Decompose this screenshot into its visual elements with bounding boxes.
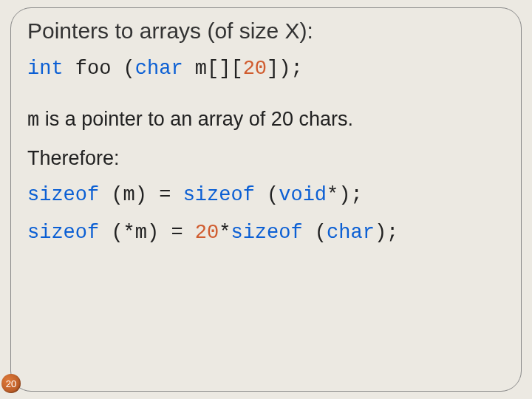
code-declaration: int foo (char m[][20]); [27, 55, 505, 82]
sz2-tail: ); [375, 222, 398, 244]
sz2-mid2: ( [303, 222, 327, 244]
keyword-void: void [279, 184, 327, 206]
keyword-sizeof: sizeof [27, 184, 99, 206]
keyword-char: char [135, 58, 183, 80]
slide-title: Pointers to arrays (of size X): [27, 18, 505, 44]
explanation-line: m is a pointer to an array of 20 chars. [27, 106, 505, 134]
sz1-mid1: (m) = [99, 184, 183, 206]
sz2-mid1: (*m) = [99, 222, 195, 244]
sz1-tail: *); [327, 184, 363, 206]
slide-frame: Pointers to arrays (of size X): int foo … [10, 7, 522, 392]
keyword-sizeof: sizeof [231, 222, 302, 244]
decl-tail: ]); [267, 58, 303, 80]
therefore-line: Therefore: [27, 145, 505, 171]
keyword-char: char [327, 222, 375, 244]
num-20: 20 [195, 222, 219, 244]
explanation-text: is a pointer to an array of 20 chars. [39, 108, 353, 130]
sz1-mid2: ( [255, 184, 279, 206]
sizeof-line-2: sizeof (*m) = 20*sizeof (char); [27, 219, 505, 246]
decl-dim: 20 [243, 58, 267, 80]
page-number-badge: 20 [1, 374, 21, 393]
decl-fn: foo ( [64, 58, 135, 80]
keyword-sizeof: sizeof [27, 222, 99, 244]
decl-param: m[][ [183, 58, 243, 80]
keyword-int: int [27, 58, 64, 80]
var-m: m [27, 109, 39, 132]
sz2-star: * [219, 222, 231, 244]
sizeof-line-1: sizeof (m) = sizeof (void*); [27, 182, 505, 208]
keyword-sizeof: sizeof [183, 184, 255, 206]
